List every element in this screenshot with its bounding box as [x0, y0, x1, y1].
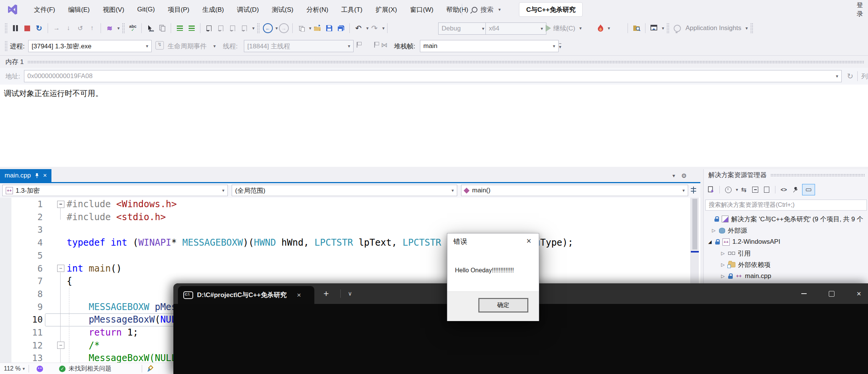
minimize-button[interactable]	[799, 288, 809, 299]
spell-check-button[interactable]: abc ✓	[128, 23, 138, 34]
toolbar-drag-grip[interactable]	[257, 23, 259, 34]
menu-item[interactable]: 视图(V)	[96, 0, 131, 19]
search-control[interactable]: 搜索 ▾	[472, 0, 501, 19]
menu-item[interactable]: 扩展(X)	[369, 0, 404, 19]
break-all-button[interactable]	[10, 23, 21, 34]
sign-in-button[interactable]: 登录	[857, 0, 868, 19]
toolbar-drag-grip[interactable]	[122, 23, 125, 34]
maximize-button[interactable]	[826, 288, 837, 299]
pending-changes-filter-button[interactable]	[762, 185, 772, 195]
ok-button[interactable]: 确定	[479, 298, 528, 312]
switch-views-button[interactable]	[706, 185, 716, 195]
tab-list-dropdown-icon[interactable]: ▾	[673, 173, 675, 179]
extension-status-icon[interactable]	[37, 366, 43, 372]
chevron-down-icon[interactable]: ▾	[213, 43, 216, 49]
solution-configuration-combo[interactable]: Debug▾	[438, 22, 488, 35]
pin-icon[interactable]	[35, 173, 39, 178]
dialog-close-button[interactable]: ×	[524, 236, 534, 246]
menu-item[interactable]: Git(G)	[131, 0, 161, 19]
fold-collapse-icon[interactable]	[57, 265, 64, 272]
show-next-statement-button[interactable]: →	[51, 23, 62, 34]
navigate-back-button[interactable]: ←	[263, 23, 273, 34]
code-cleanup-broom-icon[interactable]	[146, 365, 154, 372]
sync-with-active-document-button[interactable]: ⇆	[739, 185, 749, 195]
previous-bookmark-button[interactable]	[216, 23, 226, 34]
tree-item-1.2-windowsapi[interactable]: ◢++1.2-WindowsAPI	[704, 236, 868, 248]
menu-item[interactable]: 调试(D)	[231, 0, 266, 19]
terminal-dropdown-button[interactable]: ∨	[348, 283, 352, 304]
menu-item[interactable]: 文件(F)	[27, 0, 62, 19]
toolbar-overflow-icon[interactable]: ▾	[559, 43, 561, 50]
close-icon[interactable]: ×	[297, 291, 301, 299]
undo-button[interactable]: ↶	[353, 23, 364, 34]
next-bookmark-button[interactable]	[227, 23, 238, 34]
open-file-button[interactable]	[312, 23, 322, 34]
continue-button[interactable]: 继续(C) ▾	[546, 19, 582, 37]
save-button[interactable]	[324, 23, 334, 34]
lifecycle-events-label[interactable]: 生命周期事件	[168, 42, 207, 51]
tree-expander-icon[interactable]: ▷	[720, 262, 726, 267]
collapse-all-button[interactable]	[750, 185, 760, 195]
solution-platform-combo[interactable]: x64▾	[485, 22, 546, 35]
tree-expander-icon[interactable]: ▷	[720, 251, 726, 256]
tab-main-cpp[interactable]: main.cpp ×	[0, 169, 51, 182]
chevron-down-icon[interactable]: ▾	[22, 366, 25, 371]
chevron-down-icon[interactable]: ▾	[736, 187, 738, 192]
health-status-label[interactable]: 未找到相关问题	[69, 365, 111, 373]
solution-name-box[interactable]: C与C++免杀研究	[519, 2, 583, 17]
toolbar-drag-grip[interactable]	[666, 23, 669, 34]
navigate-forward-button[interactable]: →	[279, 23, 289, 34]
menu-item[interactable]: 项目(P)	[161, 0, 196, 19]
chevron-down-icon[interactable]: ▾	[275, 26, 278, 31]
tree-item--[interactable]: ▷外部源	[704, 225, 868, 236]
menu-item[interactable]: 测试(S)	[265, 0, 300, 19]
chevron-down-icon[interactable]: ▾	[382, 26, 384, 31]
toggle-bookmark-button[interactable]	[204, 23, 214, 34]
menu-item[interactable]: 工具(T)	[335, 0, 369, 19]
menu-item[interactable]: 编辑(E)	[62, 0, 96, 19]
pane-drag-handle[interactable]	[770, 174, 865, 176]
menu-item[interactable]: 生成(B)	[196, 0, 231, 19]
fold-collapse-icon[interactable]	[57, 342, 64, 349]
zoom-level[interactable]: 112 %	[4, 365, 21, 372]
address-combo[interactable]: 0x000000000019FA08▾	[24, 70, 842, 82]
menu-item[interactable]: 窗口(W)	[404, 0, 440, 19]
close-icon[interactable]: ×	[43, 172, 47, 179]
intellitrace-button[interactable]: ≋	[104, 23, 115, 34]
properties-button[interactable]	[790, 185, 800, 195]
toolbar-overflow-icon[interactable]: ▾	[662, 26, 664, 31]
terminal-tab[interactable]: C:\ D:\C#project\C与C++免杀研究 ×	[178, 286, 314, 304]
parallel-stacks-icon[interactable]: ⋈	[381, 41, 388, 49]
gear-icon[interactable]: ⚙	[681, 172, 687, 179]
chevron-down-icon[interactable]: ▾	[309, 26, 311, 31]
new-tab-button[interactable]: +	[323, 283, 329, 304]
toolbar-drag-grip[interactable]	[5, 23, 7, 34]
tree-item--c-c-9-9-[interactable]: 解决方案 'C与C++免杀研究' (9 个项目, 共 9 个	[704, 213, 868, 225]
application-insights-button[interactable]	[672, 23, 682, 34]
chevron-down-icon[interactable]: ▾	[746, 26, 748, 31]
pane-drag-handle[interactable]	[27, 61, 864, 63]
solution-explorer-search[interactable]: 搜索解决方案资源管理器(Ctrl+;)	[705, 200, 867, 211]
indent-increase-button[interactable]	[186, 23, 197, 34]
stop-debugging-button[interactable]	[22, 23, 32, 34]
clear-bookmarks-button[interactable]	[239, 23, 250, 34]
tree-item--[interactable]: ▷引用	[704, 248, 868, 259]
menu-item[interactable]: 帮助(H)	[440, 0, 475, 19]
save-all-button[interactable]	[336, 23, 346, 34]
step-into-button[interactable]: ↓	[63, 23, 74, 34]
browser-home-button[interactable]	[649, 23, 659, 34]
clipboard-history-button[interactable]	[157, 23, 167, 34]
hot-reload-button[interactable]: ▾	[597, 19, 610, 37]
view-code-button[interactable]: <>	[779, 185, 789, 195]
error-dialog[interactable]: 错误 × Hello Oneday!!!!!!!!!!!!! 确定	[447, 233, 539, 321]
refresh-icon[interactable]: ↻	[847, 72, 854, 81]
step-out-button[interactable]: ↑	[87, 23, 97, 34]
tree-item--[interactable]: ▷外部依赖项	[704, 259, 868, 270]
process-combo[interactable]: [37944] 1.3-加密.exe▾	[28, 40, 152, 52]
new-window-button[interactable]	[296, 23, 306, 34]
step-over-button[interactable]: ↺	[75, 23, 85, 34]
redo-button[interactable]: ↷	[369, 23, 380, 34]
lifecycle-events-icon[interactable]: ↯	[155, 41, 164, 50]
scrollbar-thumb[interactable]	[692, 199, 697, 249]
restart-button[interactable]: ↻	[34, 23, 44, 34]
